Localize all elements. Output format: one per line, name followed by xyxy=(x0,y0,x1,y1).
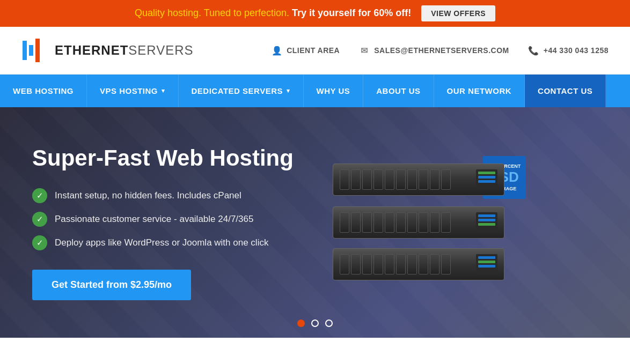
hero-feature-2: ✓ Passionate customer service - availabl… xyxy=(32,212,322,227)
server-unit-2 xyxy=(333,248,504,280)
hero-image: 100 PERCENT SSD STORAGE xyxy=(322,164,526,281)
check-icon-1: ✓ xyxy=(32,188,47,203)
hero-feature-1: ✓ Instant setup, no hidden fees. Include… xyxy=(32,188,322,203)
banner-text: Quality hosting. Tuned to perfection. xyxy=(135,8,289,18)
logo-text: ETHERNETSERVERS xyxy=(55,43,194,58)
svg-rect-1 xyxy=(29,45,33,56)
carousel-dots xyxy=(297,320,333,327)
svg-rect-2 xyxy=(35,39,40,62)
nav-item-about-us[interactable]: ABOUT US xyxy=(363,75,434,107)
logo-icon xyxy=(21,36,49,64)
check-icon-2: ✓ xyxy=(32,212,47,227)
chevron-down-icon: ▾ xyxy=(287,87,290,94)
main-nav: WEB HOSTING VPS HOSTING ▾ DEDICATED SERV… xyxy=(0,75,630,107)
hero-feature-3: ✓ Deploy apps like WordPress or Joomla w… xyxy=(32,235,322,250)
chevron-down-icon: ▾ xyxy=(162,87,165,94)
nav-item-web-hosting[interactable]: WEB HOSTING xyxy=(0,75,87,107)
nav-item-dedicated-servers[interactable]: DEDICATED SERVERS ▾ xyxy=(179,75,304,107)
email-link[interactable]: ✉ SALES@ETHERNETSERVERS.COM xyxy=(359,45,509,56)
banner-highlight: Try it yourself for 60% off! xyxy=(292,8,411,18)
phone-link[interactable]: 📞 +44 330 043 1258 xyxy=(529,45,609,56)
nav-item-vps-hosting[interactable]: VPS HOSTING ▾ xyxy=(87,75,179,107)
view-offers-button[interactable]: VIEW OFFERS xyxy=(421,5,495,21)
mail-icon: ✉ xyxy=(359,45,370,56)
drive-bay-1 xyxy=(340,212,472,233)
check-icon-3: ✓ xyxy=(32,235,47,250)
logo[interactable]: ETHERNETSERVERS xyxy=(21,36,194,64)
carousel-dot-2[interactable] xyxy=(311,320,319,327)
get-started-button[interactable]: Get Started from $2.95/mo xyxy=(32,270,191,300)
server-unit-1 xyxy=(333,206,504,239)
client-area-link[interactable]: 👤 CLIENT AREA xyxy=(272,45,340,56)
hero-features: ✓ Instant setup, no hidden fees. Include… xyxy=(32,188,322,250)
header: ETHERNETSERVERS 👤 CLIENT AREA ✉ SALES@ET… xyxy=(0,27,630,75)
person-icon: 👤 xyxy=(272,45,282,56)
phone-icon: 📞 xyxy=(529,45,539,56)
hero-content: Super-Fast Web Hosting ✓ Instant setup, … xyxy=(32,145,322,300)
top-banner: Quality hosting. Tuned to perfection. Tr… xyxy=(0,0,630,27)
nav-item-why-us[interactable]: WHY US xyxy=(304,75,364,107)
header-links: 👤 CLIENT AREA ✉ SALES@ETHERNETSERVERS.CO… xyxy=(272,45,609,56)
nav-item-contact-us[interactable]: CONTACT US xyxy=(525,75,606,107)
carousel-dot-3[interactable] xyxy=(325,320,333,327)
svg-rect-0 xyxy=(23,41,27,60)
nav-item-our-network[interactable]: OUR NETWORK xyxy=(434,75,525,107)
server-unit-3 xyxy=(333,164,504,196)
hero-section: Super-Fast Web Hosting ✓ Instant setup, … xyxy=(0,107,630,338)
carousel-dot-1[interactable] xyxy=(297,320,305,327)
server-stack: 100 PERCENT SSD STORAGE xyxy=(333,164,515,281)
hero-title: Super-Fast Web Hosting xyxy=(32,145,322,172)
